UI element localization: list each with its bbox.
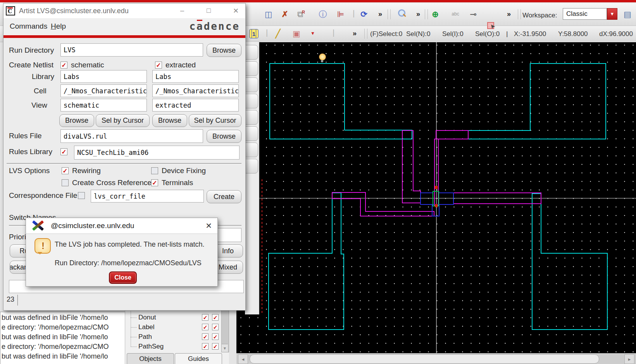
grip [425,9,428,19]
sel-by-cursor-schematic-button[interactable]: Sel by Cursor [96,114,150,127]
log-line: but was defined in libFile '/home/lo [2,333,108,341]
create-label-icon[interactable]: abc [449,8,462,20]
zoom-icon[interactable] [395,8,408,20]
status-item: | [506,30,508,38]
screen: Workspace: Classic ▼ ◂ ▸ but was defined… [0,0,636,364]
browse-schematic-button[interactable]: Browse [59,114,94,127]
run-directory-field[interactable]: LVS [60,43,203,57]
status-item: X:-31.9500 [514,30,546,38]
workspace-dropdown-arrow[interactable]: ▼ [607,8,617,20]
align-icon[interactable]: ⊫ [334,8,347,20]
library-label: Library [32,72,54,81]
scroll-left-arrow[interactable]: ◂ [238,354,248,364]
browse-run-dir-button[interactable]: Browse [207,44,241,57]
rules-library-label: Rules Library [9,148,52,156]
info-icon[interactable]: ⓘ [316,8,329,20]
layer-1-icon[interactable]: 1 [249,29,259,38]
workspace-dropdown[interactable]: Classic [563,8,607,20]
menu-commands[interactable]: Commands [10,22,47,31]
create-pin-icon[interactable]: ⊸ [467,8,480,20]
rules-library-field[interactable]: NCSU_TechLib_ami06 [74,146,240,160]
device-fixing-checkbox[interactable] [151,167,158,174]
layer-visible-checkbox[interactable]: ✓ [202,324,209,330]
layer-select-checkbox[interactable]: ✓ [212,333,219,340]
library-field-schematic[interactable]: Labs [60,70,147,83]
terminals-checkbox[interactable]: ✓ [151,179,158,186]
sep: | [266,28,268,37]
window-title: Artist LVS@csimcluster.ee.unlv.edu [19,7,129,15]
view-field-extracted[interactable]: extracted [152,99,239,112]
create-via-icon[interactable]: ⊕ [429,8,442,20]
cross-reference-checkbox[interactable] [62,179,69,186]
delete-icon[interactable]: ✗ [278,8,291,20]
select-similar-icon[interactable]: ▣ [290,27,303,39]
tab-guides[interactable]: Guides [175,353,222,364]
log-line: but was defined in libFile '/home/lo [2,314,108,322]
copy-hierarchy-icon[interactable]: ⧉R [295,8,308,20]
lvs-titlebar[interactable]: C Artist LVS@csimcluster.ee.unlv.edu – □… [3,3,245,19]
overflow-chevron: » [353,29,357,38]
dialog-message-2: Run Directory: /home/lopezmac/CMOSedu/LV… [55,259,202,267]
schematic-cb-label: schematic [71,61,104,69]
ruler-icon[interactable]: ╱ [271,27,284,39]
layout-canvas[interactable] [236,42,636,354]
cell-field-extracted[interactable]: /_Nmos_Characteristics [152,84,239,97]
lvs-menubar: Commands Help cadence [3,18,245,35]
workspace-label: Workspace: [522,12,557,19]
dialog-message-1: The LVS job has completed. The net-lists… [55,240,205,249]
status-item: Sel(I):0 [442,30,464,38]
layer-visible-checkbox[interactable]: ✓ [202,314,209,321]
window-accent-stripe [0,0,636,2]
create-button[interactable]: Create [207,190,241,203]
status-item: Sel(O):0 [475,30,500,38]
schematic-checkbox[interactable]: ✓ [60,62,67,69]
highlight-icon[interactable] [315,52,329,64]
contact-bottom[interactable] [435,204,438,207]
view-field-schematic[interactable]: schematic [60,99,147,112]
layer-select-checkbox[interactable]: ✓ [212,324,219,330]
status-divider [17,295,18,306]
layer-visible-checkbox[interactable]: ✓ [202,333,209,340]
scroll-right-arrow[interactable]: ▸ [624,354,634,364]
layer-select-checkbox[interactable]: ✓ [212,314,219,321]
redraw-icon[interactable]: ⟳ [357,8,371,20]
dialog-close-button[interactable]: Close [109,271,137,284]
layer-visible-checkbox[interactable]: ✓ [202,343,209,350]
dropdown-arrow-icon[interactable]: ▼ [306,27,319,39]
contact-top[interactable] [435,186,438,189]
browse-extracted-button[interactable]: Browse [152,114,187,127]
cell-field-schematic[interactable]: /_Nmos_Characteristics [60,84,147,97]
correspondence-field[interactable]: lvs_corr_file [91,190,204,203]
maximize-button[interactable]: □ [207,7,211,15]
tree-scrollbar[interactable]: ▼ [221,308,229,352]
scrollbar-thumb[interactable] [250,354,599,364]
overflow-chevron: » [378,10,382,18]
library-field-extracted[interactable]: Labs [152,70,239,83]
layer-tree-panel: Donut✓✓Label✓✓Path✓✓PathSeg✓✓ ▼ Objects … [125,308,229,364]
tree-row: Donut✓✓ [125,313,229,323]
chevron-down-icon: ▼ [610,11,615,17]
layer-label: PathSeg [138,343,164,350]
minimize-button[interactable]: – [180,7,184,15]
rewiring-checkbox[interactable]: ✓ [62,167,69,174]
save-workspace-icon[interactable]: ▤ [621,8,634,20]
menu-help[interactable]: Help [51,22,66,31]
grip [518,9,521,19]
sel-by-cursor-extracted-button[interactable]: Sel by Cursor [189,114,241,127]
canvas-horizontal-scrollbar[interactable]: ◂ ▸ [236,353,636,364]
dialog-titlebar[interactable]: @csimcluster.ee.unlv.edu ✕ [26,218,217,234]
browse-rules-button[interactable]: Browse [207,130,241,143]
layer-select-checkbox[interactable]: ✓ [212,343,219,350]
divider [7,163,241,164]
rules-file-field[interactable]: divaLVS.rul [60,129,203,143]
extracted-checkbox[interactable]: ✓ [155,62,162,69]
log-line: e directory: '/home/lopezmac/CMO [2,323,109,331]
fit-view-icon[interactable]: ◫ [262,8,275,20]
tab-objects[interactable]: Objects [127,353,174,364]
correspondence-checkbox[interactable] [78,192,85,199]
close-button[interactable]: ✕ [233,7,239,15]
status-item: Y:58.8000 [558,30,588,38]
dialog-close-icon[interactable]: ✕ [205,221,212,230]
tree-scroll-down-arrow[interactable]: ▼ [222,344,228,352]
rules-library-checkbox[interactable]: ✓ [60,148,67,155]
